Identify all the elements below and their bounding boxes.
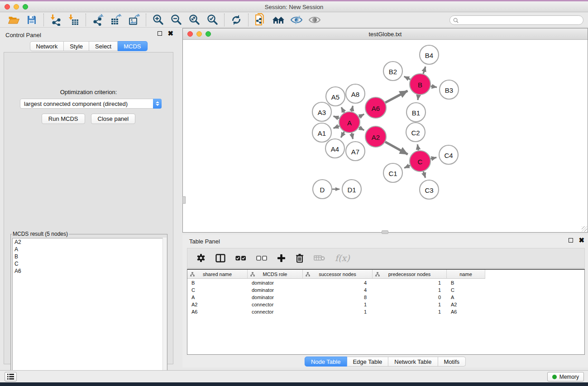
graph-edge-C-C4[interactable] xyxy=(430,157,436,159)
table-cell[interactable]: 1 xyxy=(373,308,447,315)
column-header-successor-nodes[interactable]: successor nodes xyxy=(303,270,373,279)
table-row[interactable]: A2connector11A2 xyxy=(187,301,584,308)
column-header-shared-name[interactable]: shared name xyxy=(187,270,248,279)
import-table-button[interactable] xyxy=(65,13,83,27)
mcds-result-item[interactable]: A6 xyxy=(13,267,165,275)
column-header-predecessor-nodes[interactable]: predecessor nodes xyxy=(373,270,447,279)
table-cell[interactable]: A6 xyxy=(187,308,248,315)
graph-edge-B-B2[interactable] xyxy=(404,76,411,80)
graph-edge-A2-C[interactable] xyxy=(385,142,408,154)
network-window-titlebar[interactable]: testGlobe.txt xyxy=(183,29,588,40)
float-panel-icon[interactable] xyxy=(158,31,162,36)
split-view-button[interactable] xyxy=(215,254,225,262)
export-network-button[interactable] xyxy=(89,13,107,27)
tab-network-table[interactable]: Network Table xyxy=(388,357,438,367)
save-session-button[interactable] xyxy=(23,13,41,27)
tab-motifs[interactable]: Motifs xyxy=(438,357,466,367)
graph-edge-A-A6[interactable] xyxy=(359,114,364,117)
float-table-panel-icon[interactable] xyxy=(569,238,573,243)
memory-button[interactable]: Memory xyxy=(547,372,584,381)
tab-style[interactable]: Style xyxy=(64,41,89,51)
open-file-button[interactable] xyxy=(5,13,23,27)
mcds-result-item[interactable]: C xyxy=(13,260,165,267)
zoom-selected-button[interactable] xyxy=(203,13,221,27)
import-network-button[interactable] xyxy=(47,13,65,27)
graph-edge-B-B3[interactable] xyxy=(431,86,437,87)
table-cell[interactable]: 4 xyxy=(303,286,373,294)
delete-column-button[interactable] xyxy=(296,253,304,263)
graph-edge-A-A8[interactable] xyxy=(352,106,353,112)
graph-edge-A-A3[interactable] xyxy=(334,116,339,119)
graph-edge-A-A1[interactable] xyxy=(334,126,339,128)
home-button[interactable] xyxy=(269,13,287,27)
mcds-result-item[interactable]: A xyxy=(13,246,165,253)
table-cell[interactable]: B xyxy=(187,279,248,286)
graph-edge-B-B1[interactable] xyxy=(418,95,419,100)
show-eye-button[interactable] xyxy=(306,13,324,27)
table-cell[interactable]: A2 xyxy=(447,301,485,308)
table-cell[interactable]: 8 xyxy=(303,294,373,301)
zoom-out-button[interactable] xyxy=(167,13,185,27)
table-row[interactable]: Bdominator41B xyxy=(187,279,584,286)
graph-edge-C-C2[interactable] xyxy=(417,144,418,150)
table-cell[interactable]: dominator xyxy=(248,279,303,286)
close-table-panel-icon[interactable]: ✖ xyxy=(578,238,584,243)
network-canvas[interactable]: B4B2BB3A8A5A6A3B1AC2A1A2A4A7C4CC1C3DD1 xyxy=(183,40,587,232)
export-image-button[interactable] xyxy=(125,13,143,27)
table-cell[interactable]: connector xyxy=(248,301,303,308)
table-cell[interactable]: 1 xyxy=(373,279,447,286)
tab-edge-table[interactable]: Edge Table xyxy=(347,357,388,367)
tab-node-table[interactable]: Node Table xyxy=(305,357,347,367)
table-cell[interactable]: B xyxy=(447,279,485,286)
mcds-result-item[interactable]: B xyxy=(13,253,165,260)
settings-gear-button[interactable] xyxy=(196,253,206,262)
frame-resize-grip[interactable] xyxy=(582,226,587,232)
column-header-MCDS-role[interactable]: MCDS role xyxy=(248,270,303,279)
task-history-button[interactable] xyxy=(5,372,17,381)
search-box[interactable] xyxy=(449,15,583,25)
table-row[interactable]: A6connector11A6 xyxy=(187,308,584,315)
mcds-result-item[interactable]: A2 xyxy=(13,238,165,246)
table-cell[interactable]: 0 xyxy=(373,294,447,301)
table-cell[interactable]: A xyxy=(447,294,485,301)
splitter-handle[interactable] xyxy=(382,230,388,234)
table-cell[interactable]: 1 xyxy=(373,286,447,294)
table-cell[interactable]: 1 xyxy=(303,308,373,315)
graph-edge-C-C3[interactable] xyxy=(423,172,425,178)
hide-selected-button[interactable] xyxy=(287,13,306,27)
select-all-button[interactable] xyxy=(235,256,246,261)
tab-mcds[interactable]: MCDS xyxy=(118,41,147,51)
close-panel-button[interactable]: Close panel xyxy=(91,114,136,124)
table-cell[interactable]: C xyxy=(187,286,248,294)
clone-network-button[interactable] xyxy=(251,13,269,27)
refresh-button[interactable] xyxy=(227,13,245,27)
table-cell[interactable]: 1 xyxy=(373,301,447,308)
table-row[interactable]: Adominator80A xyxy=(187,294,584,301)
table-cell[interactable]: 1 xyxy=(303,301,373,308)
graph-edge-A-A2[interactable] xyxy=(359,128,364,130)
table-cell[interactable]: A2 xyxy=(187,301,248,308)
table-cell[interactable]: connector xyxy=(248,308,303,315)
add-column-button[interactable] xyxy=(277,254,286,262)
tab-network[interactable]: Network xyxy=(29,41,64,51)
tab-select[interactable]: Select xyxy=(89,41,118,51)
graph-edge-A6-B[interactable] xyxy=(385,91,407,103)
graph-edge-B-B4[interactable] xyxy=(423,67,425,74)
zoom-fit-button[interactable] xyxy=(185,13,203,27)
delete-table-button[interactable] xyxy=(314,255,325,261)
column-header-name[interactable]: name xyxy=(447,270,485,279)
graph-edge-A-A4[interactable] xyxy=(341,132,344,138)
criterion-dropdown[interactable]: largest connected component (directed) xyxy=(20,99,162,109)
table-row[interactable]: Cdominator41C xyxy=(187,286,584,294)
table-cell[interactable]: 4 xyxy=(303,279,373,286)
function-builder-button[interactable]: f(x) xyxy=(335,253,350,263)
close-panel-icon[interactable]: ✖ xyxy=(167,31,173,36)
table-cell[interactable]: dominator xyxy=(248,294,303,301)
result-scrollbar[interactable] xyxy=(163,238,167,381)
table-cell[interactable]: A xyxy=(187,294,248,301)
table-cell[interactable]: A6 xyxy=(447,308,485,315)
graph-edge-A-A5[interactable] xyxy=(341,107,344,113)
graph-edge-A-A7[interactable] xyxy=(352,133,353,139)
run-mcds-button[interactable]: Run MCDS xyxy=(42,114,85,124)
table-cell[interactable]: C xyxy=(447,286,485,294)
